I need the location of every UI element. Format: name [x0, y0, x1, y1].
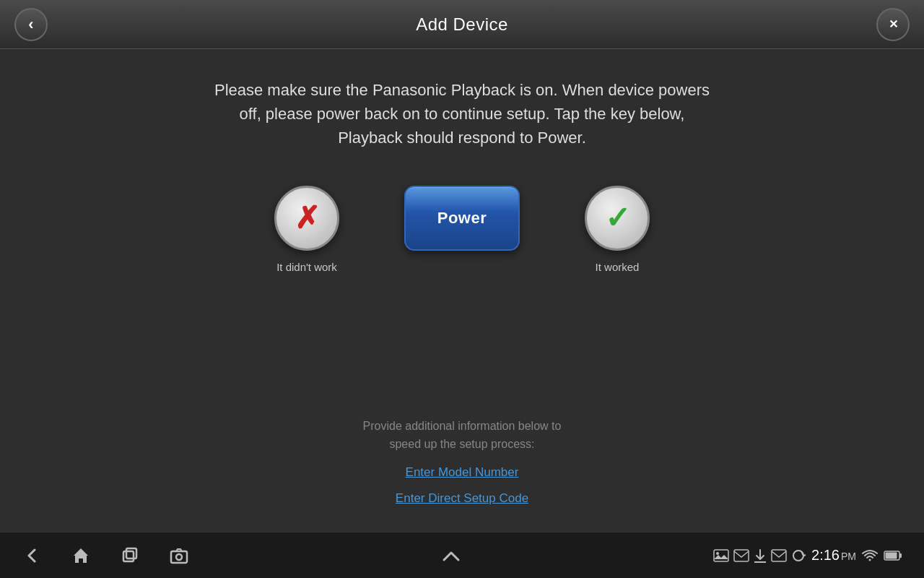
- nav-home-icon[interactable]: [71, 545, 91, 566]
- svg-rect-3: [171, 551, 187, 563]
- nav-up-icon[interactable]: [440, 545, 463, 566]
- nav-recents-icon[interactable]: [120, 545, 140, 566]
- close-icon: ✕: [889, 17, 898, 31]
- svg-point-4: [176, 554, 182, 560]
- back-button[interactable]: ‹: [14, 8, 48, 41]
- worked-button[interactable]: ✓: [585, 186, 650, 251]
- svg-rect-7: [734, 550, 749, 561]
- svg-rect-2: [126, 548, 136, 558]
- email-status-icon: [733, 549, 749, 562]
- power-button[interactable]: Power: [404, 186, 520, 251]
- power-button-label: Power: [437, 209, 487, 228]
- didnt-work-label: It didn't work: [276, 261, 337, 273]
- check-icon: ✓: [605, 203, 630, 233]
- svg-rect-1: [123, 551, 134, 561]
- x-icon: ✗: [295, 203, 320, 233]
- svg-rect-11: [886, 552, 897, 558]
- additional-info-section: Provide additional information below to …: [0, 417, 924, 506]
- nav-right-status: 2:16PM: [713, 547, 902, 564]
- time-display: 2:16PM: [811, 547, 856, 564]
- instruction-text: Please make sure the Panasonic Playback …: [209, 78, 715, 150]
- additional-info-text: Provide additional information below to …: [363, 417, 562, 454]
- close-button[interactable]: ✕: [876, 8, 910, 41]
- navigation-bar: 2:16PM: [0, 532, 924, 578]
- sync-status-icon: [791, 548, 806, 563]
- enter-direct-setup-code-link[interactable]: Enter Direct Setup Code: [396, 491, 528, 506]
- svg-marker-0: [74, 548, 88, 563]
- image-status-icon: [713, 548, 729, 563]
- nav-center-icons: [440, 545, 463, 566]
- nav-camera-icon[interactable]: [169, 545, 189, 566]
- wifi-icon: [862, 549, 878, 562]
- mail-status-icon: [771, 549, 787, 562]
- battery-icon: [884, 550, 902, 561]
- svg-rect-12: [899, 553, 902, 558]
- header: ‹ Add Device ✕: [0, 0, 924, 49]
- power-wrapper: Power: [404, 186, 520, 251]
- download-status-icon: [754, 548, 767, 563]
- svg-point-6: [716, 552, 719, 555]
- ampm-value: PM: [841, 551, 856, 562]
- nav-left-icons: [22, 545, 189, 566]
- back-icon: ‹: [28, 15, 33, 34]
- enter-model-number-link[interactable]: Enter Model Number: [406, 465, 519, 480]
- worked-wrapper: ✓ It worked: [585, 186, 650, 273]
- svg-rect-5: [714, 550, 728, 561]
- time-value: 2:16: [811, 547, 840, 563]
- svg-rect-9: [772, 550, 786, 561]
- worked-label: It worked: [596, 261, 640, 273]
- page-title: Add Device: [416, 14, 508, 35]
- didnt-work-button[interactable]: ✗: [274, 186, 339, 251]
- nav-back-icon[interactable]: [22, 545, 42, 566]
- action-buttons-row: ✗ It didn't work Power ✓ It worked: [274, 186, 650, 273]
- didnt-work-wrapper: ✗ It didn't work: [274, 186, 339, 273]
- status-icons: [713, 548, 806, 563]
